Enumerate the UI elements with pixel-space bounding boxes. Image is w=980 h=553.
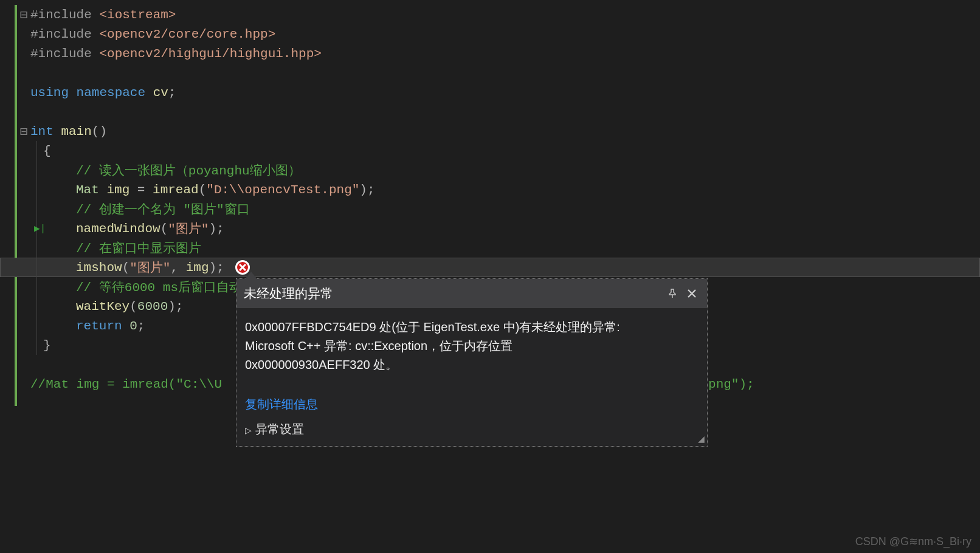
indent-guide	[36, 141, 37, 160]
fold-minus-icon[interactable]: ⊟	[18, 124, 29, 139]
comment: // 创建一个名为 "图片"窗口	[76, 201, 250, 218]
popup-links: 复制详细信息	[236, 378, 707, 417]
code-line-11[interactable]: // 创建一个名为 "图片"窗口	[0, 199, 980, 219]
indent-guide	[36, 238, 37, 258]
close-icon[interactable]	[684, 286, 700, 301]
preproc: #include	[30, 27, 99, 41]
exception-settings-label: 异常设置	[255, 422, 304, 436]
code-line-blank[interactable]	[0, 63, 980, 83]
code-line-5[interactable]: using namespace cv;	[0, 83, 980, 102]
comment: // 在窗口中显示图片	[76, 239, 201, 256]
pin-icon[interactable]	[664, 286, 680, 301]
indent-guide	[36, 277, 37, 297]
fold-minus-icon[interactable]: ⊟	[18, 7, 29, 22]
include-path: <iostream>	[99, 8, 176, 22]
comment: //Mat img = imread("C:\\U	[30, 377, 222, 391]
indent-guide	[36, 258, 37, 277]
include-path: <opencv2/core/core.hpp>	[99, 27, 275, 41]
indent-guide	[36, 316, 37, 335]
exception-text-line: 0x000000930AEFF320 处。	[245, 355, 699, 374]
comment: png");	[708, 377, 754, 391]
code-line-10[interactable]: Mat img = imread("D:\\opencvTest.png");	[0, 180, 980, 199]
indent-guide	[36, 297, 37, 316]
triangle-right-icon: ▷	[245, 425, 252, 435]
preproc: #include	[30, 47, 99, 61]
code-line-blank[interactable]	[0, 102, 980, 122]
indent-guide	[36, 160, 37, 180]
comment: // 读入一张图片（poyanghu缩小图）	[76, 162, 301, 179]
watermark: CSDN @G≋nm·S_Bi·ry	[855, 535, 971, 548]
popup-header[interactable]: 未经处理的异常	[236, 279, 707, 308]
popup-body: 0x00007FFBDC754ED9 处(位于 EigenTest.exe 中)…	[236, 308, 707, 378]
indent-guide	[36, 335, 37, 355]
indent-guide	[36, 199, 37, 219]
code-line-14-current[interactable]: imshow("图片", img);	[0, 258, 980, 277]
breakpoint-arrow-icon[interactable]: ▶|	[34, 222, 46, 235]
code-line-7[interactable]: ⊟int main()	[0, 122, 980, 141]
code-line-3[interactable]: #include <opencv2/highgui/highgui.hpp>	[0, 44, 980, 63]
preproc: #include	[30, 8, 99, 22]
code-line-9[interactable]: // 读入一张图片（poyanghu缩小图）	[0, 160, 980, 180]
code-line-8[interactable]: {	[0, 141, 980, 160]
code-line-2[interactable]: #include <opencv2/core/core.hpp>	[0, 24, 980, 44]
code-line-12[interactable]: ▶| namedWindow("图片");	[0, 219, 980, 238]
code-line-1[interactable]: ⊟#include <iostream>	[0, 5, 980, 24]
indent-guide	[36, 180, 37, 199]
exception-settings-expander[interactable]: ▷异常设置	[236, 417, 707, 446]
code-line-13[interactable]: // 在窗口中显示图片	[0, 238, 980, 258]
copy-details-link[interactable]: 复制详细信息	[245, 396, 699, 413]
exception-text-line: 0x00007FFBDC754ED9 处(位于 EigenTest.exe 中)…	[245, 318, 699, 337]
exception-text-line: Microsoft C++ 异常: cv::Exception，位于内存位置	[245, 337, 699, 355]
popup-title: 未经处理的异常	[244, 285, 661, 302]
resize-grip-icon[interactable]: ◢	[698, 434, 703, 444]
include-path: <opencv2/highgui/highgui.hpp>	[99, 47, 321, 61]
exception-popup[interactable]: 未经处理的异常 0x00007FFBDC754ED9 处(位于 EigenTes…	[236, 278, 708, 447]
